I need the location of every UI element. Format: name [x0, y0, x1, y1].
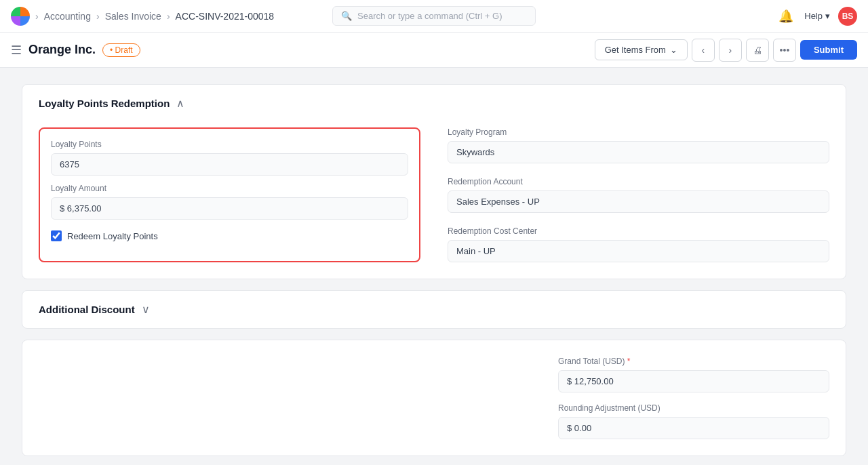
- doc-title: Orange Inc.: [28, 43, 96, 57]
- loyalty-points-label: Loyalty Points: [51, 140, 408, 149]
- search-bar[interactable]: 🔍 Search or type a command (Ctrl + G): [332, 6, 536, 26]
- rounding-label: Rounding Adjustment (USD): [558, 403, 829, 413]
- rounding-adjustment-field: Rounding Adjustment (USD) $ 0.00: [558, 403, 829, 439]
- loyalty-form-grid: Loyalty Points 6375 Loyalty Amount $ 6,3…: [39, 127, 829, 262]
- redemption-cost-center-value[interactable]: Main - UP: [448, 240, 829, 262]
- search-placeholder-text: Search or type a command (Ctrl + G): [357, 11, 502, 21]
- more-options-button[interactable]: •••: [773, 39, 796, 62]
- prev-button[interactable]: ‹: [692, 39, 715, 62]
- grand-total-label: Grand Total (USD) *: [558, 357, 829, 366]
- loyalty-amount-label: Loyalty Amount: [51, 184, 408, 193]
- search-icon: 🔍: [341, 11, 352, 21]
- additional-discount-header[interactable]: Additional Discount: [22, 291, 846, 328]
- redemption-cost-center-field: Redemption Cost Center Main - UP: [448, 226, 829, 262]
- loyalty-section-header[interactable]: Loyalty Points Redemption: [22, 85, 846, 122]
- redemption-cost-center-label: Redemption Cost Center: [448, 226, 829, 236]
- help-button[interactable]: Help ▾: [804, 11, 830, 21]
- loyalty-right-col: Loyalty Program Skywards Redemption Acco…: [448, 127, 829, 262]
- totals-wrapper: Grand Total (USD) * $ 12,750.00 Rounding…: [22, 340, 846, 456]
- additional-discount-card: Additional Discount: [22, 290, 846, 329]
- loyalty-points-value[interactable]: 6375: [51, 153, 408, 176]
- chevron-left-icon: ‹: [702, 45, 705, 56]
- loyalty-amount-value[interactable]: $ 6,375.00: [51, 197, 408, 220]
- get-items-button[interactable]: Get Items From ⌄: [595, 39, 688, 60]
- loyalty-section-title: Loyalty Points Redemption: [39, 98, 170, 109]
- redeem-label: Redeem Loyalty Points: [67, 231, 158, 241]
- additional-discount-toggle-icon: [142, 303, 150, 316]
- total-fields: Grand Total (USD) * $ 12,750.00 Rounding…: [558, 357, 829, 439]
- loyalty-amount-field: Loyalty Amount $ 6,375.00: [51, 184, 408, 220]
- print-icon: 🖨: [753, 45, 762, 56]
- get-items-chevron-icon: ⌄: [670, 45, 677, 55]
- help-chevron-icon: ▾: [825, 11, 830, 21]
- chevron-right-icon: ›: [729, 45, 732, 56]
- nav-left: › Accounting › Sales Invoice › ACC-SINV-…: [11, 7, 293, 26]
- loyalty-program-field: Loyalty Program Skywards: [448, 127, 829, 163]
- loyalty-program-label: Loyalty Program: [448, 127, 829, 137]
- breadcrumb-sep-1: ›: [35, 11, 39, 22]
- avatar[interactable]: BS: [838, 7, 857, 26]
- notifications-button[interactable]: 🔔: [776, 6, 796, 26]
- loyalty-section-body: Loyalty Points 6375 Loyalty Amount $ 6,3…: [22, 122, 846, 279]
- breadcrumb-doc-id: ACC-SINV-2021-00018: [176, 11, 275, 22]
- sub-header-left: ☰ Orange Inc. • Draft: [11, 43, 595, 58]
- redemption-account-field: Redemption Account Sales Expenses - UP: [448, 177, 829, 213]
- totals-card: Grand Total (USD) * $ 12,750.00 Rounding…: [22, 340, 846, 456]
- breadcrumb-sales-invoice[interactable]: Sales Invoice: [105, 11, 161, 22]
- status-badge: • Draft: [102, 43, 140, 57]
- redemption-account-label: Redemption Account: [448, 177, 829, 186]
- print-button[interactable]: 🖨: [746, 39, 769, 62]
- redeem-checkbox[interactable]: [51, 230, 62, 241]
- next-button[interactable]: ›: [719, 39, 742, 62]
- top-nav: › Accounting › Sales Invoice › ACC-SINV-…: [0, 0, 868, 33]
- breadcrumb-sep-3: ›: [167, 11, 170, 22]
- submit-button[interactable]: Submit: [800, 40, 857, 60]
- breadcrumb-accounting[interactable]: Accounting: [44, 11, 91, 22]
- grand-total-value[interactable]: $ 12,750.00: [558, 370, 829, 392]
- sub-header: ☰ Orange Inc. • Draft Get Items From ⌄ ‹…: [0, 33, 868, 68]
- grand-total-required-star: *: [627, 357, 631, 366]
- nav-right: 🔔 Help ▾ BS: [575, 6, 857, 26]
- hamburger-button[interactable]: ☰: [11, 43, 22, 58]
- loyalty-section-card: Loyalty Points Redemption Loyalty Points…: [22, 84, 846, 279]
- additional-discount-title: Additional Discount: [39, 304, 135, 315]
- loyalty-program-value[interactable]: Skywards: [448, 141, 829, 163]
- grand-total-field: Grand Total (USD) * $ 12,750.00: [558, 357, 829, 392]
- main-content: Loyalty Points Redemption Loyalty Points…: [0, 68, 868, 465]
- sub-header-right: Get Items From ⌄ ‹ › 🖨 ••• Submit: [595, 39, 857, 62]
- breadcrumb-sep-2: ›: [96, 11, 100, 22]
- rounding-value[interactable]: $ 0.00: [558, 417, 829, 439]
- app-logo: [11, 7, 30, 26]
- redemption-account-value[interactable]: Sales Expenses - UP: [448, 190, 829, 213]
- loyalty-section-toggle-icon: [176, 97, 184, 110]
- loyalty-points-field: Loyalty Points 6375: [51, 140, 408, 176]
- loyalty-highlight-box: Loyalty Points 6375 Loyalty Amount $ 6,3…: [39, 127, 420, 262]
- get-items-label: Get Items From: [605, 45, 666, 55]
- nav-center: 🔍 Search or type a command (Ctrl + G): [293, 6, 575, 26]
- redeem-checkbox-row: Redeem Loyalty Points: [51, 230, 408, 241]
- help-label: Help: [804, 11, 823, 21]
- dots-icon: •••: [780, 45, 790, 56]
